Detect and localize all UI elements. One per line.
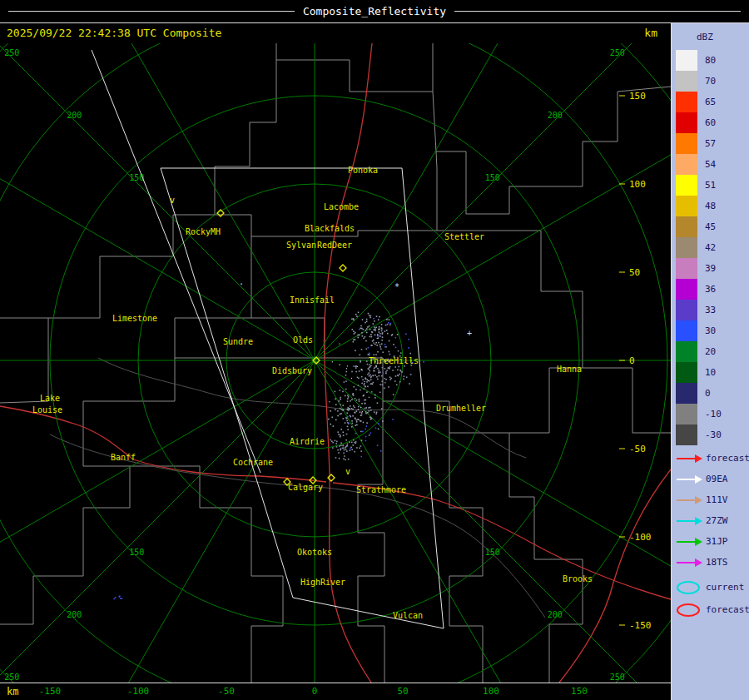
- vector-label: 27ZW: [706, 515, 728, 526]
- city-label: Brooks: [563, 574, 593, 583]
- shape-row: current: [675, 576, 749, 598]
- scale-row: 54: [676, 154, 733, 175]
- axis-label: -150: [629, 620, 652, 631]
- scale-value: 42: [705, 242, 733, 253]
- scale-value: 60: [705, 117, 733, 128]
- scale-swatch: [676, 71, 697, 92]
- radar-map[interactable]: 1501501501502002002002002502502502501501…: [0, 43, 671, 683]
- point-marker: v: [345, 467, 350, 476]
- city-label: Louise: [32, 405, 62, 415]
- scale-value: 65: [705, 97, 733, 107]
- radar-app: Composite_Reflectivity 2025/09/22 22:42:…: [0, 0, 749, 700]
- title-rule-right: [454, 11, 741, 12]
- vector-row: 09EA: [675, 469, 749, 489]
- window-title: Composite_Reflectivity: [303, 5, 446, 17]
- scale-swatch: [676, 196, 697, 216]
- azimuth-line: [0, 111, 315, 360]
- city-label: Limestone: [112, 314, 157, 323]
- vector-arrow-icon: [675, 557, 703, 568]
- city-label: Lacombe: [324, 202, 359, 211]
- scale-value: 48: [705, 201, 733, 211]
- legend-panel: dBZ 807065605754514845423936333020100-10…: [671, 23, 749, 700]
- axis-label: -50: [212, 686, 241, 697]
- city-label: Calgary: [288, 483, 323, 492]
- city-label: Okotoks: [297, 548, 332, 557]
- scale-row: 0: [676, 383, 733, 404]
- city-label: Sylvan: [286, 241, 316, 250]
- city-label: Strathmore: [356, 485, 406, 494]
- scale-value: 10: [705, 367, 733, 378]
- boundary-line: [0, 236, 251, 624]
- axis-label: 50: [629, 267, 640, 278]
- vector-row: 18TS: [675, 552, 749, 573]
- azimuth-line: [65, 360, 315, 683]
- axis-label: -100: [124, 686, 152, 697]
- scale-swatch: [676, 279, 697, 300]
- city-label: Didsbury: [272, 366, 312, 375]
- axis-label: -50: [629, 444, 646, 454]
- city-label: RedDeer: [317, 241, 352, 250]
- scale-swatch: [676, 383, 697, 404]
- scale-value: 39: [705, 263, 733, 274]
- city-label: Vulcan: [393, 611, 423, 620]
- river-line: [50, 434, 545, 618]
- boundary-line: [449, 433, 483, 683]
- scale-swatch: [676, 133, 697, 154]
- vector-arrow-icon: [675, 536, 703, 548]
- axis-label: 0: [300, 686, 329, 697]
- coverage-edge: [92, 50, 260, 473]
- scale-swatch: [676, 258, 697, 279]
- scale-value: -10: [705, 409, 733, 420]
- city-label: Innisfail: [290, 295, 335, 305]
- vector-legend: forecast09EA111V27ZW31JP18TS: [675, 448, 749, 573]
- scale-swatch: [676, 50, 697, 71]
- highway-line: [0, 406, 326, 482]
- boundary-line: [583, 368, 671, 433]
- city-label: Blackfalds: [305, 224, 355, 233]
- city-label: Airdrie: [290, 437, 325, 446]
- scale-value: 20: [705, 346, 733, 357]
- ellipse-icon: [675, 579, 703, 596]
- vector-row: 27ZW: [675, 510, 749, 531]
- shape-label: current: [706, 582, 744, 593]
- coverage-polygon: [161, 168, 444, 628]
- azimuth-line: [315, 111, 671, 360]
- scale-row: 36: [676, 279, 733, 300]
- scale-swatch: [676, 404, 697, 424]
- scale-value: -30: [705, 429, 733, 440]
- point-marker: .: [239, 277, 244, 286]
- scale-value: 70: [705, 76, 733, 87]
- scale-row: 51: [676, 175, 733, 196]
- scale-value: 30: [705, 325, 733, 336]
- scale-swatch: [676, 216, 697, 237]
- scale-row: 20: [676, 341, 733, 362]
- vector-label: 09EA: [706, 474, 728, 484]
- range-label: 250: [4, 673, 19, 682]
- scale-swatch: [676, 175, 697, 196]
- title-bar: Composite_Reflectivity: [0, 0, 749, 23]
- coverage-outline: [92, 50, 444, 628]
- radar-canvas[interactable]: 1501501501502002002002002502502502501501…: [0, 43, 671, 683]
- range-label: 250: [610, 48, 625, 57]
- axis-label: 100: [629, 179, 646, 190]
- diamond-marker: [340, 265, 346, 271]
- azimuth-line: [315, 360, 667, 683]
- scale-swatch: [676, 341, 697, 362]
- boundary-line: [0, 215, 173, 403]
- city-label: Drumheller: [436, 404, 486, 413]
- precip-echoes: [113, 312, 424, 600]
- vector-arrow-icon: [675, 453, 703, 464]
- vector-label: 18TS: [706, 557, 728, 568]
- city-label: Cochrane: [233, 458, 273, 467]
- vector-arrow-icon: [675, 515, 703, 527]
- range-label: 200: [67, 610, 82, 619]
- scale-value: 80: [705, 55, 733, 66]
- range-label: 150: [129, 548, 144, 557]
- scale-swatch: [676, 112, 697, 133]
- scale-value: 57: [705, 138, 733, 149]
- axis-label: -100: [629, 532, 652, 543]
- scale-row: 42: [676, 237, 733, 258]
- boundary-line: [173, 43, 276, 215]
- scale-row: 10: [676, 362, 733, 383]
- scale-row: 45: [676, 216, 733, 237]
